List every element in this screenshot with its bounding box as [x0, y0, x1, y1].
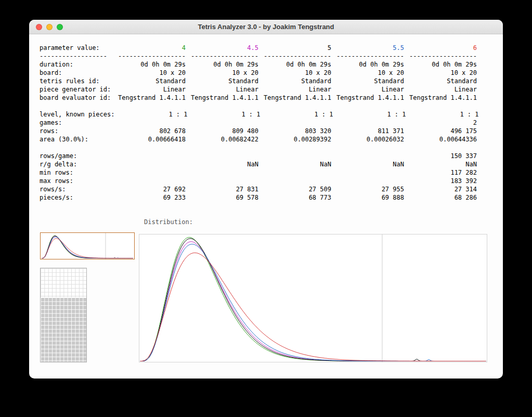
cell-value: 10 x 20	[113, 69, 186, 77]
cell-value	[331, 168, 404, 177]
cell-value	[113, 168, 186, 177]
cell-value: Tengstrand 1.4.1.1	[258, 94, 331, 102]
cell-value	[331, 119, 404, 127]
cell-value	[258, 177, 331, 185]
cell-value: 0.00682422	[186, 135, 258, 144]
row-label: r/g delta:	[40, 160, 113, 168]
cell-value: Linear	[258, 85, 331, 94]
cell-value: 1 : 1	[333, 110, 406, 119]
table-row: tetris rules id:StandardStandardStandard…	[40, 77, 479, 85]
cell-value: 496 175	[404, 127, 477, 135]
cell-value: Standard	[331, 77, 404, 85]
cell-value: Linear	[186, 85, 258, 94]
table-row: parameter value:44.555.56	[40, 44, 479, 52]
cell-value: 803 320	[258, 127, 331, 135]
cell-value	[331, 177, 404, 185]
table-row: piece generator id:LinearLinearLinearLin…	[40, 85, 479, 94]
distribution-overview-plot	[41, 233, 134, 259]
cell-value: NaN	[186, 160, 258, 168]
table-row: level, known pieces:1 : 11 : 11 : 11 : 1…	[40, 110, 479, 119]
table-row: board:10 x 2010 x 2010 x 2010 x 2010 x 2…	[40, 69, 479, 77]
tetris-board-preview	[40, 268, 87, 362]
distribution-chart	[139, 234, 487, 362]
cell-value: 27 955	[331, 185, 404, 193]
distribution-curve-param-5	[140, 239, 486, 361]
app-window: Tetris Analyzer 3.0 - by Joakim Tengstra…	[29, 20, 503, 379]
cell-value: 0d 0h 0m 29s	[258, 60, 331, 69]
cell-value: Tengstrand 1.4.1.1	[331, 94, 404, 102]
cell-value: ------------------	[404, 52, 477, 60]
cell-value: 69 233	[113, 193, 186, 202]
distribution-overview-chart[interactable]	[40, 232, 135, 259]
cell-value: 0d 0h 0m 29s	[331, 60, 404, 69]
zoom-button[interactable]	[57, 24, 63, 30]
cell-value: 10 x 20	[258, 69, 331, 77]
cell-value: 0.00644336	[404, 135, 477, 144]
table-row: ----------------------------------------…	[40, 52, 479, 60]
table-row: board evaluator id:Tengstrand 1.4.1.1Ten…	[40, 94, 479, 102]
cell-value	[186, 168, 258, 177]
row-label: duration:	[40, 60, 113, 69]
cell-value: Linear	[113, 85, 186, 94]
table-row: duration:0d 0h 0m 29s0d 0h 0m 29s0d 0h 0…	[40, 60, 479, 69]
cell-value	[113, 119, 186, 127]
tetris-board-filled-rows	[41, 297, 86, 362]
cell-value: 69 578	[186, 193, 258, 202]
distribution-curve-param-4.5	[42, 237, 133, 258]
table-row: pieces/s:69 23369 57868 77369 88868 286	[40, 193, 479, 202]
row-label: board:	[40, 69, 113, 77]
window-title: Tetris Analyzer 3.0 - by Joakim Tengstra…	[198, 23, 334, 31]
table-gap	[40, 102, 479, 110]
table-row: rows/s:27 69227 83127 50927 95527 314	[40, 185, 479, 193]
cell-value: Standard	[186, 77, 258, 85]
cell-value: 10 x 20	[404, 69, 477, 77]
table-row: min rows:117 282	[40, 168, 479, 177]
title-bar[interactable]: Tetris Analyzer 3.0 - by Joakim Tengstra…	[29, 20, 503, 34]
cell-value	[331, 152, 404, 160]
cell-value: ------------------	[113, 52, 186, 60]
table-gap	[40, 144, 479, 152]
distribution-label: Distribution:	[144, 218, 193, 226]
cell-value	[113, 152, 186, 160]
cell-value: 811 371	[331, 127, 404, 135]
row-label: tetris rules id:	[40, 77, 113, 85]
cell-value	[258, 152, 331, 160]
cell-value: 802 678	[113, 127, 186, 135]
cell-value	[186, 152, 258, 160]
cell-value: 117 282	[404, 168, 477, 177]
cell-value: 10 x 20	[331, 69, 404, 77]
cell-value: 2	[404, 119, 477, 127]
row-label: rows:	[40, 127, 113, 135]
cell-value: 0d 0h 0m 29s	[404, 60, 477, 69]
table-row: games:2	[40, 119, 479, 127]
cell-value: Linear	[331, 85, 404, 94]
table-row: area (30.0%):0.006664180.006824220.00289…	[40, 135, 479, 144]
cell-value: Tengstrand 1.4.1.1	[186, 94, 258, 102]
cell-value: 69 888	[331, 193, 404, 202]
close-button[interactable]	[36, 24, 42, 30]
cell-value: NaN	[404, 160, 477, 168]
cell-value: 1 : 1	[261, 110, 333, 119]
distribution-curve-param-5.5	[42, 237, 133, 258]
distribution-curve-param-5	[42, 236, 133, 258]
cell-value: 0d 0h 0m 29s	[113, 60, 186, 69]
cell-value: NaN	[258, 160, 331, 168]
row-label: parameter value:	[40, 44, 113, 52]
cell-value	[186, 177, 258, 185]
cell-value: ------------------	[331, 52, 404, 60]
row-label: board evaluator id:	[40, 94, 113, 102]
table-row: r/g delta:NaNNaNNaNNaN	[40, 160, 479, 168]
cell-value: 10 x 20	[186, 69, 258, 77]
cell-value: 183 392	[404, 177, 477, 185]
cell-value: 0.00289392	[258, 135, 331, 144]
distribution-curve-param-5.5	[140, 244, 486, 361]
row-label: min rows:	[40, 168, 113, 177]
cell-value: 0d 0h 0m 29s	[186, 60, 258, 69]
cell-value: 1 : 1	[406, 110, 479, 119]
minimize-button[interactable]	[46, 24, 53, 30]
distribution-curve-param-6	[42, 239, 133, 258]
cell-value	[113, 160, 186, 168]
row-label: area (30.0%):	[40, 135, 113, 144]
cell-value: 27 831	[186, 185, 258, 193]
row-label: rows/s:	[40, 185, 113, 193]
